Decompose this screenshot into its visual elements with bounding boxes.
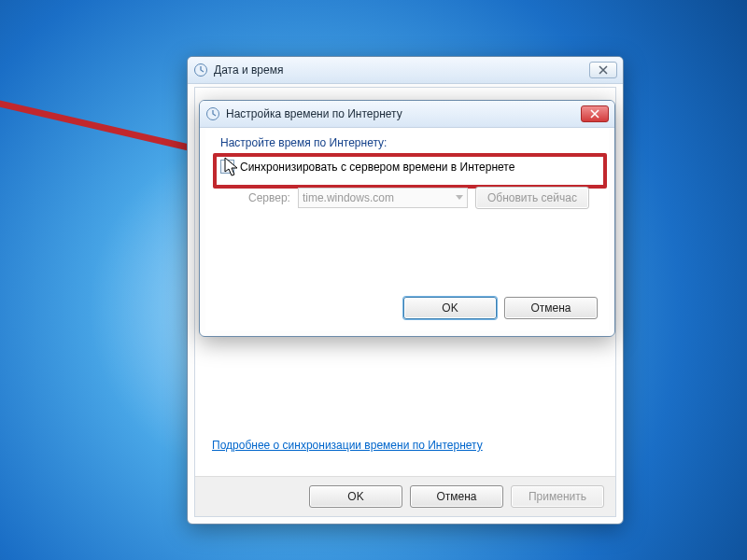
date-time-title: Дата и время xyxy=(214,63,589,77)
internet-time-titlebar[interactable]: Настройка времени по Интернету xyxy=(200,101,614,128)
server-label: Сервер: xyxy=(248,191,290,204)
sync-checkbox-label: Синхронизировать с сервером времени в Ин… xyxy=(240,161,514,174)
sync-checkbox-row[interactable]: Синхронизировать с сервером времени в Ин… xyxy=(220,160,514,174)
internet-time-button-bar: OK Отмена xyxy=(403,297,598,319)
server-row: Сервер: time.windows.com Обновить сейчас xyxy=(248,187,589,209)
svg-line-0 xyxy=(0,103,201,150)
update-now-button: Обновить сейчас xyxy=(475,187,589,209)
child-ok-button[interactable]: OK xyxy=(403,297,497,319)
parent-ok-button[interactable]: OK xyxy=(309,485,402,508)
date-time-close-button[interactable] xyxy=(589,62,617,78)
sync-help-link[interactable]: Подробнее о синхронизации времени по Инт… xyxy=(212,439,483,452)
parent-apply-button: Применить xyxy=(511,485,604,508)
internet-time-title: Настройка времени по Интернету xyxy=(226,107,581,120)
server-value: time.windows.com xyxy=(303,191,394,204)
internet-time-dialog: Настройка времени по Интернету Настройте… xyxy=(199,100,615,337)
date-time-titlebar[interactable]: Дата и время xyxy=(188,57,623,84)
date-time-button-bar: OK Отмена Применить xyxy=(195,476,615,516)
internet-time-client: Настройте время по Интернету: Синхронизи… xyxy=(205,129,609,330)
desktop-background: Дата и время Подробнее о синхронизации в… xyxy=(0,0,747,560)
instruction-text: Настройте время по Интернету: xyxy=(220,136,387,149)
child-cancel-button[interactable]: Отмена xyxy=(504,297,598,319)
server-combo: time.windows.com xyxy=(298,188,468,208)
parent-cancel-button[interactable]: Отмена xyxy=(410,485,503,508)
clock-icon xyxy=(205,106,220,121)
sync-checkbox[interactable] xyxy=(220,160,234,174)
internet-time-close-button[interactable] xyxy=(581,105,609,122)
clock-icon xyxy=(193,63,208,77)
